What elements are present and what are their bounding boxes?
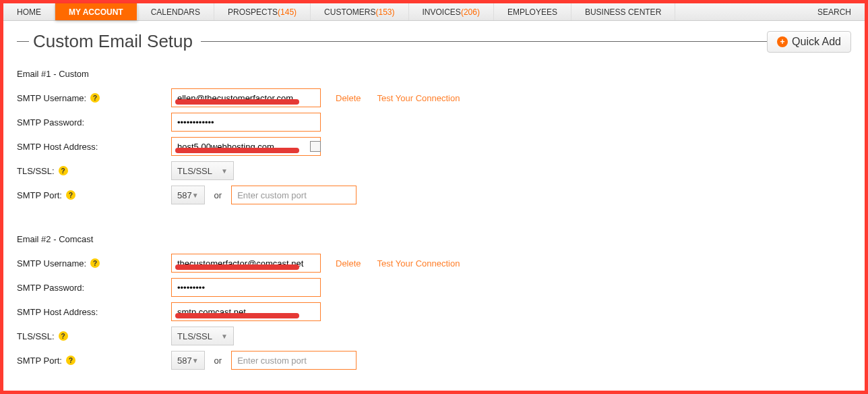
label-smtp-host: SMTP Host Address: [17,142,98,152]
label-tls-ssl: TLS/SSL: [17,331,55,341]
nav-customers[interactable]: CUSTOMERS(153) [311,3,408,20]
or-text: or [212,356,225,366]
chevron-down-icon: ▼ [221,167,228,175]
help-icon[interactable]: ? [90,93,100,103]
chevron-down-icon: ▼ [192,192,199,199]
label-smtp-password: SMTP Password: [17,283,84,293]
nav-prospects-count: (145) [278,7,297,17]
label-smtp-password: SMTP Password: [17,117,84,128]
email-section-title: Email #1 - Custom [17,69,851,79]
nav-prospects-label: PROSPECTS [228,7,278,17]
tls-ssl-value: TLS/SSL [177,166,212,176]
nav-calendars[interactable]: CALENDARS [137,3,214,20]
nav-search[interactable]: SEARCH [804,3,865,20]
help-icon[interactable]: ? [66,356,75,365]
smtp-username-input[interactable] [171,88,321,107]
nav-customers-count: (153) [376,7,395,17]
delete-link[interactable]: Delete [336,93,361,103]
heading-line [201,41,851,42]
label-smtp-port: SMTP Port: [17,356,62,366]
email-section-title: Email #2 - Comcast [17,234,851,244]
nav-prospects[interactable]: PROSPECTS(145) [214,3,311,20]
plus-icon: + [777,36,788,47]
chevron-down-icon: ▼ [221,333,228,340]
help-icon[interactable]: ? [66,190,75,200]
smtp-password-input[interactable] [171,278,321,297]
chevron-down-icon: ▼ [192,357,199,364]
label-smtp-port: SMTP Port: [17,190,62,200]
nav-invoices[interactable]: INVOICES(206) [409,3,494,20]
nav-invoices-label: INVOICES [423,7,461,17]
label-smtp-username: SMTP Username: [17,258,86,269]
top-nav: HOME MY ACCOUNT CALENDARS PROSPECTS(145)… [3,3,865,21]
label-smtp-username: SMTP Username: [17,93,86,103]
smtp-port-value: 587 [177,190,192,200]
delete-link[interactable]: Delete [336,258,361,269]
test-connection-link[interactable]: Test Your Connection [377,258,460,269]
nav-my-account[interactable]: MY ACCOUNT [55,3,137,20]
page-title: Custom Email Setup [33,31,193,52]
smtp-host-input[interactable] [171,137,321,156]
or-text: or [212,190,225,200]
email-block-2: Email #2 - Comcast SMTP Username: ? Dele… [17,234,851,372]
email-block-1: Email #1 - Custom SMTP Username: ? Delet… [17,69,851,207]
tls-ssl-select[interactable]: TLS/SSL ▼ [171,161,234,180]
quick-add-button[interactable]: + Quick Add [767,31,851,53]
smtp-password-input[interactable] [171,113,321,132]
nav-employees[interactable]: EMPLOYEES [494,3,571,20]
tls-ssl-value: TLS/SSL [177,331,212,341]
help-icon[interactable]: ? [59,331,68,341]
autofill-icon [310,141,321,152]
label-tls-ssl: TLS/SSL: [17,166,55,176]
smtp-port-select[interactable]: 587 ▼ [171,186,205,204]
nav-invoices-count: (206) [461,7,480,17]
nav-customers-label: CUSTOMERS [324,7,375,17]
smtp-port-value: 587 [177,356,192,366]
quick-add-label: Quick Add [792,36,841,48]
nav-home[interactable]: HOME [3,3,55,20]
smtp-host-input[interactable] [171,302,321,321]
test-connection-link[interactable]: Test Your Connection [377,93,460,103]
label-smtp-host: SMTP Host Address: [17,307,98,317]
heading-line [17,41,29,42]
tls-ssl-select[interactable]: TLS/SSL ▼ [171,327,234,345]
smtp-port-custom-input[interactable] [231,351,356,370]
smtp-username-input[interactable] [171,254,321,273]
smtp-port-custom-input[interactable] [231,186,356,204]
help-icon[interactable]: ? [90,258,100,268]
nav-business-center[interactable]: BUSINESS CENTER [571,3,675,20]
help-icon[interactable]: ? [59,166,68,175]
smtp-port-select[interactable]: 587 ▼ [171,351,205,370]
